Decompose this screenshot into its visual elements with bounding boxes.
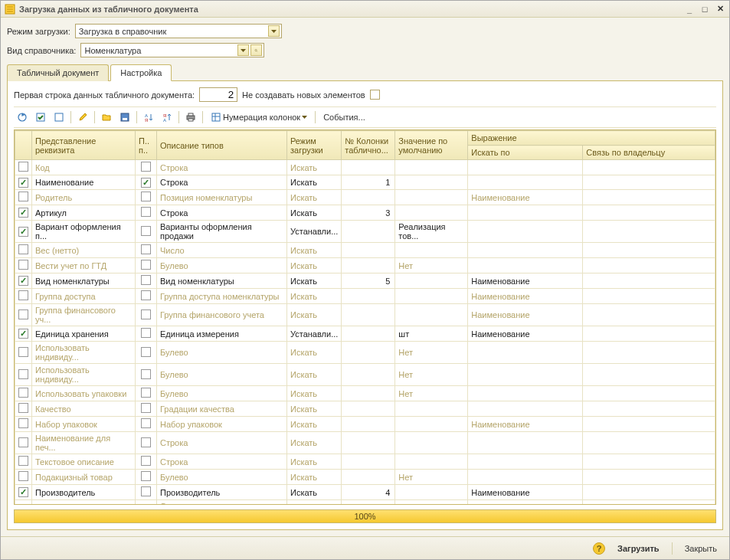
print-icon[interactable] <box>182 110 199 125</box>
sort-desc-icon[interactable]: ЯA <box>159 110 175 125</box>
table-row[interactable]: Группа доступаГруппа доступа номенклатур… <box>15 289 715 304</box>
mark-checkbox[interactable] <box>141 347 151 357</box>
row-checkbox[interactable] <box>18 290 28 300</box>
col-mark[interactable]: П.. п.. <box>136 131 157 160</box>
table-row[interactable]: РодительПозиция номенклатурыИскатьНаимен… <box>15 190 715 205</box>
row-checkbox[interactable] <box>18 260 28 270</box>
events-link[interactable]: События... <box>319 113 370 122</box>
table-row[interactable]: Вариант оформления п...Варианты оформлен… <box>15 221 715 243</box>
mark-checkbox[interactable] <box>141 192 151 201</box>
table-row[interactable]: Использовать индивиду...БулевоИскатьНет <box>15 342 715 364</box>
mark-checkbox[interactable] <box>141 486 151 496</box>
mark-checkbox[interactable] <box>141 260 151 270</box>
col-mode[interactable]: Режим загрузки <box>287 131 342 160</box>
col-default[interactable]: Значение по умолчанию <box>395 131 468 160</box>
col-col[interactable]: № Колонки таблично... <box>342 131 395 160</box>
mark-checkbox[interactable] <box>141 418 151 428</box>
mark-checkbox[interactable] <box>141 403 151 413</box>
table-row[interactable]: НаименованиеСтрокаИскать1 <box>15 175 715 190</box>
refresh-icon[interactable] <box>14 110 31 125</box>
table-row[interactable]: Складская группаСкладская группа номенкл… <box>15 500 715 506</box>
help-icon[interactable]: ? <box>593 542 605 555</box>
no-create-checkbox[interactable] <box>370 90 380 100</box>
row-checkbox[interactable] <box>18 403 28 413</box>
col-type[interactable]: Описание типов <box>157 131 287 160</box>
table-row[interactable]: КачествоГрадации качестваИскать <box>15 401 715 417</box>
mark-checkbox[interactable] <box>141 244 151 254</box>
table-row[interactable]: Группа финансового уч...Группа финансово… <box>15 304 715 326</box>
row-checkbox[interactable] <box>18 244 28 254</box>
cell-mode: Искать <box>287 289 342 304</box>
row-checkbox[interactable] <box>18 487 28 497</box>
col-link[interactable]: Связь по владельцу <box>583 146 715 160</box>
first-row-input[interactable] <box>199 87 237 102</box>
mark-checkbox[interactable] <box>141 290 151 300</box>
open-icon[interactable] <box>98 110 115 125</box>
row-checkbox[interactable] <box>18 347 28 357</box>
row-checkbox[interactable] <box>18 471 28 481</box>
mark-checkbox[interactable] <box>141 207 151 217</box>
mark-checkbox[interactable] <box>141 309 151 319</box>
row-checkbox[interactable] <box>18 276 28 286</box>
table-row[interactable]: ПроизводительПроизводительИскать4Наимено… <box>15 485 715 500</box>
mark-checkbox[interactable] <box>141 328 151 338</box>
col-search[interactable]: Искать по <box>468 146 583 160</box>
numbering-label: Нумерация колонок <box>223 113 300 122</box>
load-button[interactable]: Загрузить <box>611 542 666 555</box>
mark-checkbox[interactable] <box>141 226 151 236</box>
row-checkbox[interactable] <box>18 208 28 218</box>
table-row[interactable]: Вид номенклатурыВид номенклатурыИскать5Н… <box>15 273 715 289</box>
table-row[interactable]: Текстовое описаниеСтрокаИскать <box>15 454 715 470</box>
row-checkbox[interactable] <box>18 192 28 201</box>
minimize-button[interactable]: _ <box>683 4 696 15</box>
row-checkbox[interactable] <box>18 309 28 319</box>
uncheck-all-icon[interactable] <box>51 110 67 125</box>
table-row[interactable]: КодСтрокаИскать <box>15 160 715 175</box>
row-checkbox[interactable] <box>18 388 28 398</box>
cell-attr: Качество <box>32 401 136 417</box>
mode-dropdown[interactable]: Загрузка в справочник <box>75 24 282 38</box>
check-all-icon[interactable] <box>32 110 49 125</box>
row-checkbox[interactable] <box>18 178 28 188</box>
row-checkbox[interactable] <box>18 369 28 379</box>
table-row[interactable]: Подакцизный товарБулевоИскатьНет <box>15 470 715 485</box>
sort-asc-icon[interactable]: AЯ <box>140 110 157 125</box>
maximize-button[interactable]: □ <box>699 4 711 15</box>
ref-dropdown[interactable]: Номенклатура <box>80 43 264 57</box>
numbering-link[interactable]: Нумерация колонок <box>206 112 312 123</box>
close-button[interactable]: ✕ <box>714 4 726 15</box>
row-checkbox[interactable] <box>18 437 28 447</box>
table-row[interactable]: Использовать индивиду...БулевоИскатьНет <box>15 364 715 386</box>
mark-checkbox[interactable] <box>141 178 151 188</box>
row-checkbox[interactable] <box>18 329 28 339</box>
search-icon[interactable] <box>250 44 262 56</box>
col-expr[interactable]: Выражение <box>468 131 715 146</box>
mark-checkbox[interactable] <box>141 275 151 285</box>
table-row[interactable]: АртикулСтрокаИскать3 <box>15 205 715 221</box>
chevron-down-icon[interactable] <box>237 44 249 56</box>
mark-checkbox[interactable] <box>141 437 151 447</box>
save-icon[interactable] <box>116 110 133 125</box>
mark-checkbox[interactable] <box>141 162 151 172</box>
close-footer-button[interactable]: Закрыть <box>679 542 723 555</box>
row-checkbox[interactable] <box>18 418 28 428</box>
table-row[interactable]: Набор упаковокНабор упаковокИскатьНаимен… <box>15 417 715 432</box>
mark-checkbox[interactable] <box>141 456 151 466</box>
row-checkbox[interactable] <box>18 227 28 237</box>
table-row[interactable]: Единица храненияЕдиница измеренияУстанав… <box>15 326 715 342</box>
col-attr[interactable]: Представление реквизита <box>32 131 136 160</box>
table-row[interactable]: Использовать упаковкиБулевоИскатьНет <box>15 386 715 401</box>
table-row[interactable]: Наименование для печ...СтрокаИскать <box>15 432 715 454</box>
table-row[interactable]: Вести учет по ГТДБулевоИскатьНет <box>15 258 715 273</box>
row-checkbox[interactable] <box>18 456 28 466</box>
table-row[interactable]: Вес (нетто)ЧислоИскать <box>15 243 715 258</box>
row-checkbox[interactable] <box>18 162 28 172</box>
mark-checkbox[interactable] <box>141 388 151 398</box>
chevron-down-icon[interactable] <box>268 25 280 37</box>
mark-checkbox[interactable] <box>141 369 151 379</box>
settings-grid[interactable]: Представление реквизита П.. п.. Описание… <box>14 129 716 505</box>
mark-checkbox[interactable] <box>141 471 151 481</box>
edit-icon[interactable] <box>74 110 91 125</box>
tab-settings[interactable]: Настройка <box>110 64 172 81</box>
tab-table-doc[interactable]: Табличный документ <box>7 64 109 81</box>
